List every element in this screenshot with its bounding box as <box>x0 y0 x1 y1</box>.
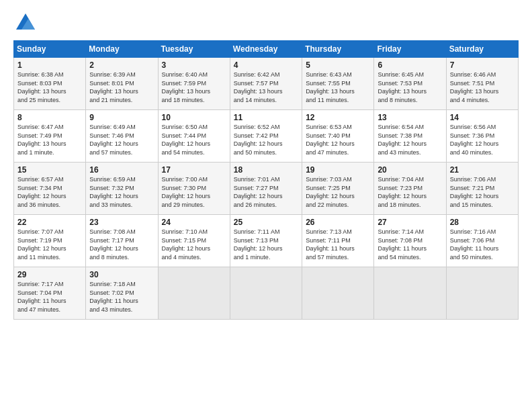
calendar-cell: 12Sunrise: 6:53 AMSunset: 7:40 PMDayligh… <box>302 110 374 163</box>
calendar-cell: 15Sunrise: 6:57 AMSunset: 7:34 PMDayligh… <box>14 163 86 215</box>
day-number: 11 <box>234 113 298 122</box>
day-number: 18 <box>234 165 298 175</box>
calendar-cell: 11Sunrise: 6:52 AMSunset: 7:42 PMDayligh… <box>230 110 302 163</box>
calendar-cell: 9Sunrise: 6:49 AMSunset: 7:46 PMDaylight… <box>86 110 158 163</box>
calendar-cell <box>446 267 518 320</box>
calendar-week-5: 29Sunrise: 7:17 AMSunset: 7:04 PMDayligh… <box>14 267 519 320</box>
calendar-cell: 16Sunrise: 6:59 AMSunset: 7:32 PMDayligh… <box>86 163 158 215</box>
cell-info: Sunrise: 7:01 AMSunset: 7:27 PMDaylight:… <box>234 176 283 208</box>
cell-info: Sunrise: 7:16 AMSunset: 7:06 PMDaylight:… <box>450 228 499 261</box>
day-header-saturday: Saturday <box>446 41 518 58</box>
cell-info: Sunrise: 6:46 AMSunset: 7:51 PMDaylight:… <box>450 71 499 103</box>
calendar-cell <box>230 267 302 320</box>
cell-info: Sunrise: 6:43 AMSunset: 7:55 PMDaylight:… <box>306 71 355 103</box>
calendar-cell: 29Sunrise: 7:17 AMSunset: 7:04 PMDayligh… <box>14 267 86 320</box>
cell-info: Sunrise: 6:39 AMSunset: 8:01 PMDaylight:… <box>89 71 138 103</box>
calendar-cell: 23Sunrise: 7:08 AMSunset: 7:17 PMDayligh… <box>86 215 158 267</box>
cell-info: Sunrise: 7:06 AMSunset: 7:21 PMDaylight:… <box>450 176 499 208</box>
calendar-cell: 19Sunrise: 7:03 AMSunset: 7:25 PMDayligh… <box>302 163 374 215</box>
calendar-week-1: 1Sunrise: 6:38 AMSunset: 8:03 PMDaylight… <box>14 58 519 110</box>
cell-info: Sunrise: 7:10 AMSunset: 7:15 PMDaylight:… <box>162 228 211 261</box>
day-number: 23 <box>89 218 154 227</box>
day-number: 27 <box>378 218 442 227</box>
day-number: 28 <box>450 218 515 227</box>
day-number: 1 <box>17 60 82 70</box>
day-number: 9 <box>89 113 154 122</box>
logo-icon <box>13 11 38 35</box>
cell-info: Sunrise: 6:56 AMSunset: 7:36 PMDaylight:… <box>450 124 499 156</box>
day-number: 13 <box>378 113 442 122</box>
cell-info: Sunrise: 6:52 AMSunset: 7:42 PMDaylight:… <box>234 124 283 156</box>
calendar-cell: 13Sunrise: 6:54 AMSunset: 7:38 PMDayligh… <box>374 110 446 163</box>
calendar-cell: 21Sunrise: 7:06 AMSunset: 7:21 PMDayligh… <box>446 163 518 215</box>
calendar-cell: 4Sunrise: 6:42 AMSunset: 7:57 PMDaylight… <box>230 58 302 110</box>
cell-info: Sunrise: 6:53 AMSunset: 7:40 PMDaylight:… <box>306 124 355 156</box>
day-number: 17 <box>162 165 226 175</box>
cell-info: Sunrise: 6:42 AMSunset: 7:57 PMDaylight:… <box>234 71 283 103</box>
cell-info: Sunrise: 6:45 AMSunset: 7:53 PMDaylight:… <box>378 71 427 103</box>
day-number: 8 <box>17 113 82 122</box>
calendar-cell: 10Sunrise: 6:50 AMSunset: 7:44 PMDayligh… <box>158 110 230 163</box>
cell-info: Sunrise: 7:07 AMSunset: 7:19 PMDaylight:… <box>17 228 66 261</box>
day-header-friday: Friday <box>374 41 446 58</box>
cell-info: Sunrise: 6:49 AMSunset: 7:46 PMDaylight:… <box>89 124 138 156</box>
calendar-cell: 17Sunrise: 7:00 AMSunset: 7:30 PMDayligh… <box>158 163 230 215</box>
cell-info: Sunrise: 6:38 AMSunset: 8:03 PMDaylight:… <box>17 71 66 103</box>
calendar-cell: 30Sunrise: 7:18 AMSunset: 7:02 PMDayligh… <box>86 267 158 320</box>
calendar-week-2: 8Sunrise: 6:47 AMSunset: 7:49 PMDaylight… <box>14 110 519 163</box>
day-header-thursday: Thursday <box>302 41 374 58</box>
cell-info: Sunrise: 7:14 AMSunset: 7:08 PMDaylight:… <box>378 228 427 261</box>
logo <box>13 11 40 35</box>
cell-info: Sunrise: 6:59 AMSunset: 7:32 PMDaylight:… <box>89 176 138 208</box>
day-number: 4 <box>234 60 298 70</box>
cell-info: Sunrise: 7:03 AMSunset: 7:25 PMDaylight:… <box>306 176 355 208</box>
calendar-cell: 18Sunrise: 7:01 AMSunset: 7:27 PMDayligh… <box>230 163 302 215</box>
cell-info: Sunrise: 6:54 AMSunset: 7:38 PMDaylight:… <box>378 124 427 156</box>
day-number: 15 <box>17 165 82 175</box>
calendar-cell: 22Sunrise: 7:07 AMSunset: 7:19 PMDayligh… <box>14 215 86 267</box>
calendar-cell: 28Sunrise: 7:16 AMSunset: 7:06 PMDayligh… <box>446 215 518 267</box>
day-number: 12 <box>306 113 370 122</box>
cell-info: Sunrise: 7:08 AMSunset: 7:17 PMDaylight:… <box>89 228 138 261</box>
day-header-monday: Monday <box>86 41 158 58</box>
cell-info: Sunrise: 6:50 AMSunset: 7:44 PMDaylight:… <box>162 124 211 156</box>
cell-info: Sunrise: 7:18 AMSunset: 7:02 PMDaylight:… <box>89 281 138 313</box>
day-number: 19 <box>306 165 370 175</box>
day-number: 2 <box>89 60 154 70</box>
calendar-cell: 26Sunrise: 7:13 AMSunset: 7:11 PMDayligh… <box>302 215 374 267</box>
calendar-week-4: 22Sunrise: 7:07 AMSunset: 7:19 PMDayligh… <box>14 215 519 267</box>
calendar-cell: 14Sunrise: 6:56 AMSunset: 7:36 PMDayligh… <box>446 110 518 163</box>
day-number: 29 <box>17 270 82 279</box>
cell-info: Sunrise: 7:11 AMSunset: 7:13 PMDaylight:… <box>234 228 283 261</box>
day-number: 20 <box>378 165 442 175</box>
day-header-sunday: Sunday <box>14 41 86 58</box>
day-number: 7 <box>450 60 515 70</box>
calendar-cell: 6Sunrise: 6:45 AMSunset: 7:53 PMDaylight… <box>374 58 446 110</box>
day-number: 21 <box>450 165 515 175</box>
cell-info: Sunrise: 6:57 AMSunset: 7:34 PMDaylight:… <box>17 176 66 208</box>
calendar-cell <box>302 267 374 320</box>
calendar-cell: 1Sunrise: 6:38 AMSunset: 8:03 PMDaylight… <box>14 58 86 110</box>
cell-info: Sunrise: 6:40 AMSunset: 7:59 PMDaylight:… <box>162 71 211 103</box>
day-number: 14 <box>450 113 515 122</box>
cell-info: Sunrise: 7:17 AMSunset: 7:04 PMDaylight:… <box>17 281 66 313</box>
calendar-cell <box>158 267 230 320</box>
calendar-header-row: SundayMondayTuesdayWednesdayThursdayFrid… <box>14 41 519 58</box>
calendar-cell: 20Sunrise: 7:04 AMSunset: 7:23 PMDayligh… <box>374 163 446 215</box>
calendar-table: SundayMondayTuesdayWednesdayThursdayFrid… <box>13 40 519 320</box>
calendar-week-3: 15Sunrise: 6:57 AMSunset: 7:34 PMDayligh… <box>14 163 519 215</box>
calendar-cell: 5Sunrise: 6:43 AMSunset: 7:55 PMDaylight… <box>302 58 374 110</box>
day-header-wednesday: Wednesday <box>230 41 302 58</box>
cell-info: Sunrise: 7:04 AMSunset: 7:23 PMDaylight:… <box>378 176 427 208</box>
page-container: SundayMondayTuesdayWednesdayThursdayFrid… <box>0 0 532 326</box>
calendar-cell: 3Sunrise: 6:40 AMSunset: 7:59 PMDaylight… <box>158 58 230 110</box>
day-number: 16 <box>89 165 154 175</box>
calendar-cell: 8Sunrise: 6:47 AMSunset: 7:49 PMDaylight… <box>14 110 86 163</box>
day-number: 10 <box>162 113 226 122</box>
day-number: 6 <box>378 60 442 70</box>
calendar-cell: 2Sunrise: 6:39 AMSunset: 8:01 PMDaylight… <box>86 58 158 110</box>
cell-info: Sunrise: 6:47 AMSunset: 7:49 PMDaylight:… <box>17 124 66 156</box>
day-number: 30 <box>89 270 154 279</box>
day-number: 5 <box>306 60 370 70</box>
cell-info: Sunrise: 7:13 AMSunset: 7:11 PMDaylight:… <box>306 228 355 261</box>
